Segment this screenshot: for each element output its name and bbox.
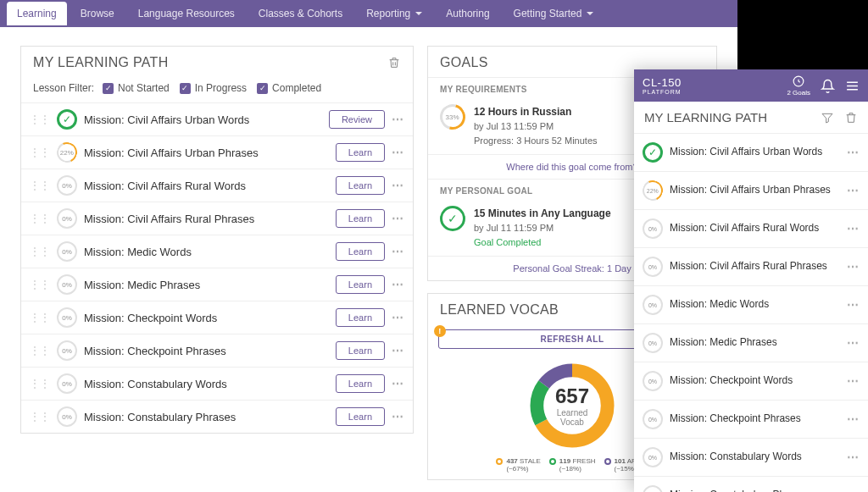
more-options-icon[interactable]: ⋯ [847, 412, 860, 426]
drag-handle-icon[interactable]: ⋮⋮ [30, 312, 50, 323]
filter-in-progress[interactable]: ✓In Progress [180, 82, 247, 94]
lesson-title: Mission: Civil Affairs Urban Phrases [84, 146, 329, 159]
mobile-learning-path-item[interactable]: ✓Mission: Civil Affairs Urban Words⋯ [634, 133, 868, 171]
brand-logo: CL-150 PLATFORM [643, 76, 682, 95]
mobile-learning-path-item[interactable]: 22%Mission: Civil Affairs Urban Phrases⋯ [634, 171, 868, 209]
legend-stale: 437 STALE(~67%) [496, 457, 540, 473]
drag-handle-icon[interactable]: ⋮⋮ [30, 411, 50, 423]
lesson-title: Mission: Checkpoint Words [670, 374, 840, 388]
learn-button[interactable]: Learn [336, 341, 385, 360]
goals-indicator[interactable]: 2 Goals [787, 75, 810, 97]
learn-button[interactable]: Learn [336, 308, 385, 327]
more-options-icon[interactable]: ⋯ [847, 298, 860, 312]
trash-icon[interactable] [387, 55, 401, 70]
filter-icon[interactable] [821, 111, 834, 124]
bell-icon[interactable] [821, 79, 835, 93]
more-options-icon[interactable]: ⋯ [392, 410, 404, 423]
more-options-icon[interactable]: ⋯ [392, 245, 404, 258]
mobile-learning-path-item[interactable]: 0%Mission: Checkpoint Words⋯ [634, 362, 868, 400]
mobile-learning-path-item[interactable]: 0%Mission: Checkpoint Phrases⋯ [634, 400, 868, 438]
more-options-icon[interactable]: ⋯ [847, 451, 860, 464]
drag-handle-icon[interactable]: ⋮⋮ [30, 378, 50, 390]
more-options-icon[interactable]: ⋯ [847, 260, 860, 274]
learning-path-item: ⋮⋮0%Mission: Medic PhrasesLearn⋯ [21, 268, 413, 301]
mobile-learning-path-item[interactable]: 0%Mission: Medic Phrases⋯ [634, 323, 868, 362]
drag-handle-icon[interactable]: ⋮⋮ [30, 213, 50, 224]
learning-path-item: ⋮⋮✓Mission: Civil Affairs Urban WordsRev… [21, 102, 413, 135]
learn-button[interactable]: Learn [336, 407, 385, 426]
mobile-learning-path-item[interactable]: 0%Mission: Constabulary Phrases⋯ [634, 476, 868, 492]
more-options-icon[interactable]: ⋯ [847, 222, 860, 235]
drag-handle-icon[interactable]: ⋮⋮ [30, 279, 50, 290]
lesson-title: Mission: Civil Affairs Urban Words [670, 146, 840, 159]
more-options-icon[interactable]: ⋯ [392, 179, 404, 192]
more-options-icon[interactable]: ⋯ [847, 184, 860, 197]
progress-ring-icon: 0% [643, 295, 663, 315]
drag-handle-icon[interactable]: ⋮⋮ [30, 345, 50, 357]
more-options-icon[interactable]: ⋯ [392, 344, 404, 357]
mobile-learning-path-item[interactable]: 0%Mission: Constabulary Words⋯ [634, 438, 868, 476]
legend-dot-icon [604, 458, 611, 465]
nav-tab-reporting[interactable]: Reporting [356, 2, 432, 25]
chevron-down-icon [415, 12, 422, 15]
nav-tab-getting-started[interactable]: Getting Started [504, 2, 604, 25]
checkbox-icon: ✓ [257, 83, 268, 94]
nav-tab-language-resources[interactable]: Language Resources [128, 2, 245, 25]
more-options-icon[interactable]: ⋯ [847, 374, 860, 388]
more-options-icon[interactable]: ⋯ [392, 146, 404, 159]
mobile-header: CL-150 PLATFORM 2 Goals [634, 69, 868, 102]
learning-path-item: ⋮⋮0%Mission: Civil Affairs Rural Phrases… [21, 202, 413, 235]
progress-ring-icon: 33% [436, 100, 470, 135]
learn-button[interactable]: Learn [336, 242, 385, 261]
more-options-icon[interactable]: ⋯ [847, 489, 860, 492]
learning-path-item: ⋮⋮0%Mission: Civil Affairs Rural WordsLe… [21, 169, 413, 202]
drag-handle-icon[interactable]: ⋮⋮ [30, 146, 50, 158]
lesson-title: Mission: Civil Affairs Rural Phrases [670, 260, 840, 274]
nav-tab-classes-cohorts[interactable]: Classes & Cohorts [248, 2, 353, 25]
check-ring-icon: ✓ [440, 206, 465, 231]
progress-ring-icon: 0% [57, 241, 77, 262]
learn-button[interactable]: Learn [336, 143, 385, 162]
learning-path-item: ⋮⋮22%Mission: Civil Affairs Urban Phrase… [21, 135, 413, 169]
more-options-icon[interactable]: ⋯ [847, 336, 860, 350]
mobile-learning-path-title: MY LEARNING PATH [644, 110, 767, 124]
goal-due: by Jul 13 11:59 PM [474, 119, 598, 134]
more-options-icon[interactable]: ⋯ [392, 311, 404, 324]
learning-path-item: ⋮⋮0%Mission: Constabulary WordsLearn⋯ [21, 367, 413, 400]
progress-ring-icon: 0% [643, 409, 663, 429]
more-options-icon[interactable]: ⋯ [392, 212, 404, 225]
hamburger-icon[interactable] [845, 79, 860, 93]
progress-ring-icon: 0% [57, 208, 77, 229]
lesson-title: Mission: Constabulary Words [84, 378, 329, 390]
trash-icon[interactable] [844, 111, 858, 124]
mobile-learning-path-item[interactable]: 0%Mission: Civil Affairs Rural Phrases⋯ [634, 247, 868, 285]
nav-tab-browse[interactable]: Browse [70, 2, 125, 25]
nav-tab-authoring[interactable]: Authoring [436, 2, 499, 25]
drag-handle-icon[interactable]: ⋮⋮ [30, 246, 50, 257]
review-button[interactable]: Review [329, 110, 385, 129]
learn-button[interactable]: Learn [336, 176, 385, 195]
more-options-icon[interactable]: ⋯ [847, 146, 860, 159]
nav-tab-learning[interactable]: Learning [7, 2, 67, 25]
mobile-learning-path-item[interactable]: 0%Mission: Medic Words⋯ [634, 285, 868, 323]
goal-status: Goal Completed [474, 235, 611, 250]
progress-ring-icon: 0% [643, 371, 663, 391]
progress-ring-icon: 0% [57, 340, 77, 361]
goal-title: 12 Hours in Russian [474, 104, 598, 119]
learning-path-item: ⋮⋮0%Mission: Medic WordsLearn⋯ [21, 235, 413, 268]
more-options-icon[interactable]: ⋯ [392, 278, 404, 291]
lesson-title: Mission: Civil Affairs Urban Phrases [670, 184, 840, 197]
progress-ring-icon: 0% [643, 333, 663, 353]
learn-button[interactable]: Learn [336, 374, 385, 393]
drag-handle-icon[interactable]: ⋮⋮ [30, 113, 50, 125]
check-ring-icon: ✓ [643, 142, 663, 163]
filter-not-started[interactable]: ✓Not Started [103, 82, 170, 94]
drag-handle-icon[interactable]: ⋮⋮ [30, 180, 50, 191]
learn-button[interactable]: Learn [336, 209, 385, 228]
more-options-icon[interactable]: ⋯ [392, 377, 404, 390]
learn-button[interactable]: Learn [336, 275, 385, 294]
more-options-icon[interactable]: ⋯ [392, 113, 404, 126]
vocab-donut-chart: 657 LearnedVocab [526, 359, 619, 452]
mobile-learning-path-item[interactable]: 0%Mission: Civil Affairs Rural Words⋯ [634, 209, 868, 247]
filter-completed[interactable]: ✓Completed [257, 82, 321, 94]
